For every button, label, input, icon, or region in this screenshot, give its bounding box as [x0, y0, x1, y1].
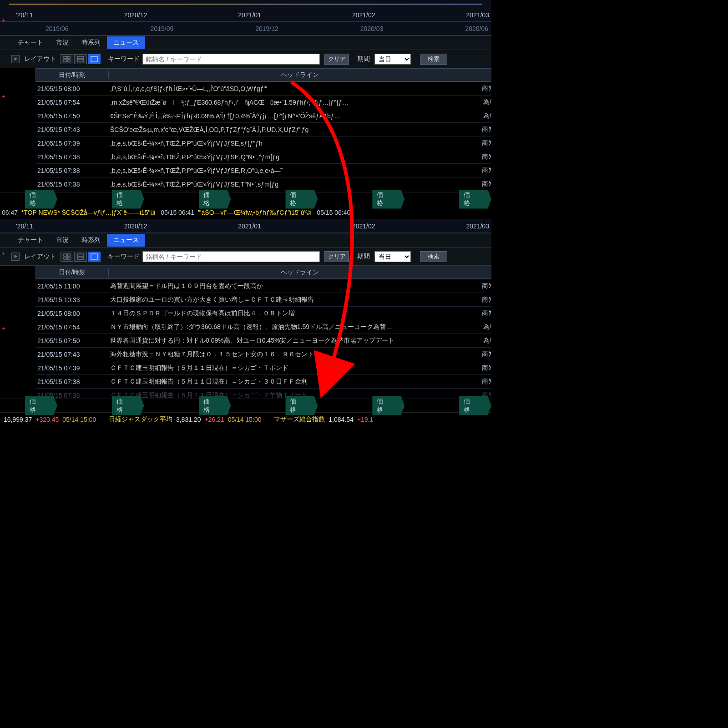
svg-rect-11 [64, 257, 66, 259]
svg-rect-9 [64, 254, 66, 256]
layout-label: レイアウト [24, 253, 56, 261]
table-row[interactable]: 21/05/15 08:00,P,S"ú,Ì,r,o,c,qƒS[ƒ‹ƒh,ÌŒ… [35, 82, 491, 96]
table-row[interactable]: 21/05/15 07:54,m,xŽsê"®ŒüiŽæˆø—I—¹j:ƒ_ƒE… [35, 96, 491, 109]
keyword-label: キーワード [108, 55, 140, 63]
table-row[interactable]: 21/05/15 07:54ＮＹ市場動向（取引終了）:ダウ360.68ドル高（速… [35, 320, 491, 334]
price-tag: 価 格 [199, 396, 231, 415]
table-row[interactable]: 21/05/15 07:39ＣＦＴＣ建玉明細報告（５月１１日現在）＝シカゴ・Ｔボ… [35, 361, 491, 375]
search-button[interactable]: 検索 [420, 251, 447, 262]
table-row[interactable]: 21/05/15 07:43ŠCŠO'eœŽs‹µ,m,x'e"œ,VŒŽŒÀ,… [35, 123, 491, 136]
table-row[interactable]: 21/05/15 07:38,b,e,s,bŒš‹Ê-¾×•ñ,TŒŽ,P,P"… [35, 177, 491, 191]
time-axis-mid-1: '20/112020/122021/012021/022021/03 [0, 219, 491, 233]
layout-split-button[interactable] [74, 252, 87, 262]
period-label: 期間 [357, 253, 370, 261]
price-tag: 価 格 [285, 190, 318, 209]
keyword-label: キーワード [108, 253, 140, 261]
price-tag: 価 格 [112, 396, 144, 415]
price-tag: 価 格 [459, 190, 491, 209]
period-select[interactable]: 当日 [374, 54, 411, 65]
th-headline: ヘッドライン [109, 71, 491, 79]
svg-marker-8 [14, 255, 17, 258]
svg-rect-14 [77, 257, 84, 259]
period-select[interactable]: 当日 [374, 251, 411, 262]
table-row[interactable]: 21/05/15 11:00為替週間展望＝ドル円は１０９円台を固めて一段高か商ｸ [35, 279, 491, 293]
svg-marker-0 [14, 57, 17, 61]
svg-rect-15 [91, 254, 97, 259]
th-headline: ヘッドライン [109, 268, 491, 277]
svg-rect-6 [77, 60, 84, 62]
clear-button[interactable]: クリア [324, 251, 349, 262]
play-button[interactable] [11, 253, 20, 261]
layout-single-button[interactable] [88, 54, 101, 64]
table-row[interactable]: 21/05/15 10:33大口投機家のユーロの買い方が大きく買い増し＝ＣＦＴＣ… [35, 293, 491, 307]
svg-rect-4 [67, 60, 70, 62]
keyword-input[interactable] [142, 54, 320, 65]
table-row[interactable]: 21/05/15 07:50¢ŠESe"'Ê‰Ý,É'Î,·,é‰~F'Îƒhƒ… [35, 109, 491, 123]
th-datetime: 日付/時刻 [36, 71, 109, 79]
news-toolbar-top: レイアウト キーワード クリア 期間 当日 検索 [0, 50, 491, 68]
price-tags-strip-1: 価 格 価 格 価 格 価 格 価 格 価 格 [0, 192, 491, 206]
price-tag: 価 格 [459, 396, 491, 415]
time-axis-top-1: '20/112020/122021/012021/022021/03 [0, 8, 491, 22]
news-toolbar-bot: レイアウト キーワード クリア 期間 当日 検索 [0, 248, 491, 266]
news-table-bot: 日付/時刻 ヘッドライン 21/05/15 11:00為替週間展望＝ドル円は１０… [0, 266, 491, 399]
period-label: 期間 [357, 55, 370, 63]
svg-rect-3 [64, 60, 66, 62]
search-button[interactable]: 検索 [420, 54, 447, 65]
table-row[interactable]: 21/05/15 07:39,b,e,s,bŒš‹Ê-¾×•ñ,TŒŽ,P,P"… [35, 136, 491, 150]
layout-single-button[interactable] [88, 252, 101, 262]
tab-news[interactable]: ニュース [107, 36, 145, 49]
table-row[interactable]: 21/05/15 07:38,b,e,s,bŒš‹Ê-¾×•ñ,TŒŽ,P,P"… [35, 150, 491, 164]
th-datetime: 日付/時刻 [36, 268, 109, 277]
svg-rect-2 [67, 56, 70, 59]
svg-rect-12 [67, 257, 70, 259]
tab-chart[interactable]: チャート [11, 36, 50, 49]
tab-chart[interactable]: チャート [11, 234, 50, 247]
table-row[interactable]: 21/05/15 07:38ＣＦＴＣ建玉明細報告（５月１１日現在）＝シカゴ・３０… [35, 375, 491, 389]
price-tag: 価 格 [25, 190, 57, 209]
footer-price-bar: 16,999.37 +320.45 05/14 15:00 日経ジャスダック平均… [0, 412, 491, 426]
price-tags-strip-2: 価 格 価 格 価 格 価 格 価 格 価 格 [0, 399, 491, 412]
price-tag: 価 格 [372, 190, 404, 209]
layout-grid-button[interactable] [61, 54, 73, 64]
keyword-input[interactable] [142, 251, 320, 262]
table-row[interactable]: 21/05/15 08:00１４日のＳＰＤＲゴールドの現物保有高は前日比４．０８… [35, 307, 491, 320]
layout-grid-button[interactable] [61, 252, 73, 262]
tab-timeseries[interactable]: 時系列 [75, 234, 107, 247]
panel-tabs-2: チャート 市況 時系列 ニュース [0, 233, 491, 248]
price-tag: 価 格 [25, 396, 57, 415]
svg-rect-13 [77, 254, 84, 256]
price-tag: 価 格 [372, 396, 404, 415]
tab-market[interactable]: 市況 [50, 234, 75, 247]
svg-rect-5 [77, 56, 84, 59]
panel-tabs: チャート 市況 時系列 ニュース [0, 35, 491, 50]
price-tag: 価 格 [285, 396, 318, 415]
layout-label: レイアウト [24, 55, 56, 63]
tab-timeseries[interactable]: 時系列 [75, 36, 107, 49]
news-ticker: 06:47 *TOP NEWS* ŠCŠOŽå—vƒiƒ…[ƒXˆê——i15"… [0, 206, 491, 219]
svg-rect-10 [67, 254, 70, 256]
news-table-top: 日付/時刻 ヘッドライン 21/05/15 08:00,P,S"ú,Ì,r,o,… [0, 68, 491, 192]
clear-button[interactable]: クリア [324, 54, 349, 65]
time-axis-top-2: 2019/062019/092019/122020/032020/062020/… [0, 22, 491, 35]
tab-market[interactable]: 市況 [50, 36, 75, 49]
table-row[interactable]: 21/05/15 07:43海外粗糖市況＝ＮＹ粗糖７月限は０．１５セント安の１６… [35, 348, 491, 361]
price-tag: 価 格 [199, 190, 231, 209]
table-row[interactable]: 21/05/15 07:38,b,e,s,bŒš‹Ê-¾×•ñ,TŒŽ,P,P"… [35, 164, 491, 177]
table-row[interactable]: 21/05/15 07:38 ＣＦＴＣ建玉明細報告（５月１１日現在）＝シカゴ・２… [35, 389, 491, 399]
svg-rect-7 [91, 56, 97, 62]
svg-rect-1 [64, 56, 66, 59]
price-tag: 価 格 [112, 190, 144, 209]
table-row[interactable]: 21/05/15 07:50世界各国通貨に対する円：対ドル0.09%高、対ユーロ… [35, 334, 491, 348]
layout-split-button[interactable] [74, 54, 87, 64]
play-button[interactable] [11, 55, 20, 63]
tab-news[interactable]: ニュース [107, 234, 145, 247]
